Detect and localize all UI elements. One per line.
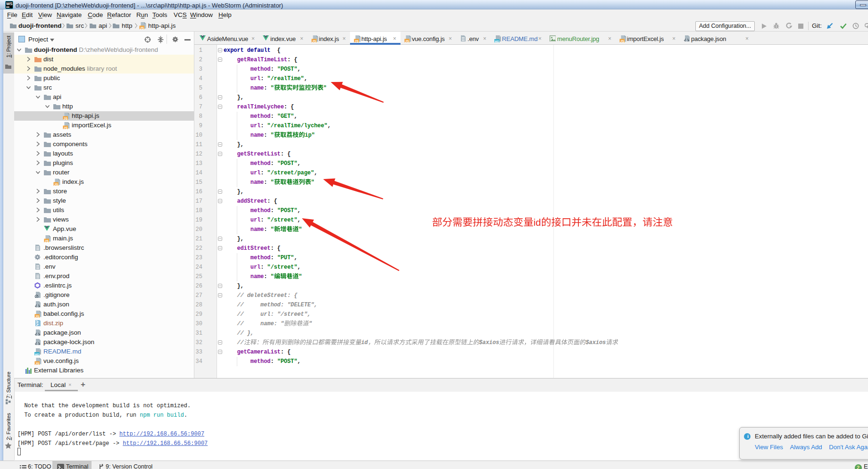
svg-text:JS: JS <box>35 362 40 365</box>
svg-text:JS: JS <box>140 26 144 29</box>
svg-text:JS: JS <box>312 40 317 42</box>
svg-text:JS: JS <box>620 40 625 42</box>
svg-text:JS: JS <box>54 183 58 186</box>
svg-text:JS: JS <box>355 40 359 42</box>
svg-text:JS: JS <box>45 239 49 242</box>
svg-text:JS: JS <box>64 126 68 129</box>
svg-text:JS: JS <box>35 315 40 318</box>
svg-text:MD: MD <box>35 353 40 356</box>
svg-text:JS: JS <box>405 40 409 42</box>
svg-text:JS: JS <box>64 117 68 120</box>
svg-text:MD: MD <box>495 40 500 43</box>
